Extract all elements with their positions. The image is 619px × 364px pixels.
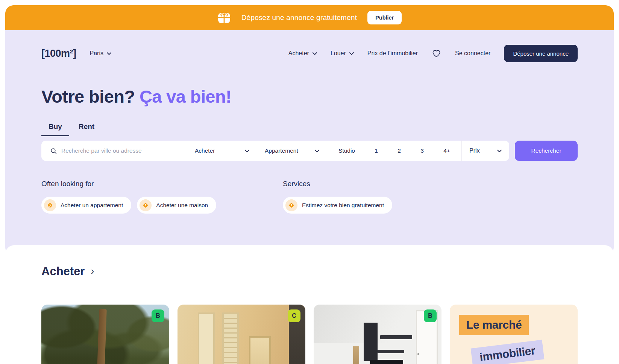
post-listing-button[interactable]: Déposer une annonce [504, 45, 578, 62]
room-option-1[interactable]: 1 [375, 147, 378, 154]
chevron-down-icon [313, 52, 317, 55]
energy-badge: B [152, 309, 164, 322]
listing-card-cabin[interactable]: B [41, 305, 169, 364]
chip-label: Acheter une maison [156, 202, 208, 209]
gift-icon [217, 11, 231, 24]
listing-cards: B C [41, 305, 578, 364]
buy-rent-tabs: Buy Rent [41, 123, 578, 136]
promo-line-1: Le marché [459, 315, 529, 335]
top-frame: Déposez une annonce gratuitement Publier… [5, 5, 614, 256]
chevron-down-icon [107, 52, 111, 55]
search-input[interactable] [61, 147, 181, 155]
room-option-2[interactable]: 2 [397, 147, 401, 154]
market-promo-card[interactable]: Le marché immobilier [450, 305, 578, 364]
room-option-studio[interactable]: Studio [338, 147, 355, 154]
city-picker[interactable]: Paris [90, 50, 111, 57]
site-header: [100m²] Paris Acheter Louer Prix de l’im… [41, 30, 578, 62]
chevron-down-icon [315, 150, 319, 152]
chevron-down-icon [349, 52, 354, 55]
promo-banner: Déposez une annonce gratuitement Publier [5, 5, 614, 30]
heart-icon [432, 50, 441, 58]
transaction-select[interactable]: Acheter [187, 141, 257, 161]
chip-estimation[interactable]: Estimez votre bien gratuitement [283, 197, 392, 214]
rooms-selector: Studio 1 2 3 4+ [327, 141, 461, 161]
section-acheter-link[interactable]: Acheter › [41, 265, 578, 278]
tab-buy[interactable]: Buy [41, 123, 69, 136]
section-title: Acheter [41, 265, 85, 278]
listing-card-living-room[interactable]: B [314, 305, 441, 364]
chip-label: Acheter un appartement [61, 202, 123, 209]
favorites-button[interactable] [431, 49, 441, 58]
suggestions: Often looking for Acheter un appartement… [41, 179, 578, 214]
chevron-down-icon [245, 150, 249, 152]
services-column: Services Estimez votre bien gratuitement [283, 179, 392, 214]
hero-title-accent: Ça va bien! [140, 86, 231, 106]
often-looking-for-column: Often looking for Acheter un appartement… [41, 179, 283, 214]
publish-button[interactable]: Publier [367, 11, 402, 24]
nav-item-louer[interactable]: Louer [331, 50, 354, 57]
room-option-4plus[interactable]: 4+ [443, 147, 450, 154]
promo-line-2: immobilier [471, 340, 545, 364]
nav-label: Acheter [288, 50, 309, 57]
chip-label: Estimez votre bien gratuitement [302, 202, 384, 209]
hero-title: Votre bien? Ça va bien! [41, 86, 578, 108]
property-type-value: Appartement [265, 147, 298, 154]
nav-label: Prix de l’immobilier [367, 50, 418, 57]
search-icon [50, 148, 57, 154]
price-select[interactable]: Prix [461, 141, 509, 161]
search-bar: Acheter Appartement Studio 1 2 3 4+ Prix [41, 141, 509, 161]
transaction-value: Acheter [195, 147, 215, 154]
tag-icon [140, 199, 152, 211]
chip-acheter-maison[interactable]: Acheter une maison [137, 197, 216, 214]
chevron-right-icon: › [91, 265, 94, 277]
listings-section: Acheter › B C [5, 245, 614, 364]
listing-photo [314, 305, 441, 364]
room-option-3[interactable]: 3 [420, 147, 424, 154]
logo-text: [100m²] [41, 48, 76, 59]
hero-title-dark: Votre bien? [41, 86, 140, 106]
tab-rent[interactable]: Rent [71, 123, 102, 136]
often-chips: Acheter un appartement Acheter une maiso… [41, 197, 283, 214]
services-chips: Estimez votre bien gratuitement [283, 197, 392, 214]
search-input-segment [41, 141, 187, 161]
energy-badge: C [288, 309, 300, 322]
listing-photo [178, 305, 305, 364]
search-row: Acheter Appartement Studio 1 2 3 4+ Prix [41, 141, 578, 161]
services-title: Services [283, 179, 392, 189]
nav-item-acheter[interactable]: Acheter [288, 50, 317, 57]
login-link[interactable]: Se connecter [455, 50, 490, 57]
banner-message: Déposez une annonce gratuitement [241, 14, 357, 22]
listing-card-warm-interior[interactable]: C [178, 305, 305, 364]
nav-item-prix-immobilier[interactable]: Prix de l’immobilier [367, 50, 418, 57]
price-label: Prix [469, 147, 480, 154]
city-label: Paris [90, 50, 103, 57]
listing-photo [41, 305, 169, 364]
energy-badge: B [424, 309, 437, 322]
nav-label: Louer [331, 50, 346, 57]
hero-section: [100m²] Paris Acheter Louer Prix de l’im… [5, 30, 614, 256]
tag-icon [285, 199, 297, 211]
often-looking-for-title: Often looking for [41, 179, 283, 189]
logo[interactable]: [100m²] [41, 48, 76, 59]
property-type-select[interactable]: Appartement [257, 141, 327, 161]
chip-acheter-appartement[interactable]: Acheter un appartement [41, 197, 131, 214]
search-submit-button[interactable]: Rechercher [515, 141, 578, 161]
chevron-down-icon [497, 150, 502, 152]
tag-icon [44, 199, 56, 211]
main-nav: Acheter Louer Prix de l’immobilier Se co… [288, 45, 578, 62]
